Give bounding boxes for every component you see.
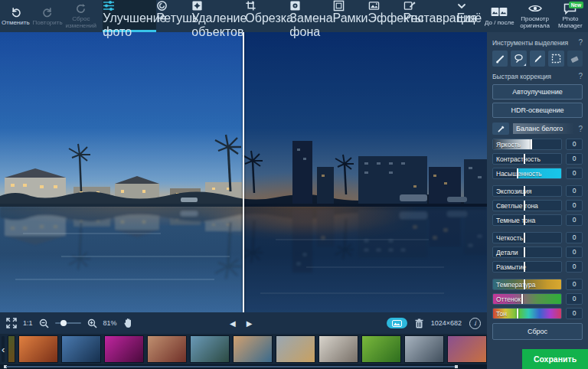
contrast-value[interactable]: 0 [566, 153, 583, 165]
slider-row: Контрастность 0 [492, 153, 583, 165]
actual-size-button[interactable]: 1:1 [23, 319, 33, 327]
canvas-before-after[interactable] [0, 32, 487, 312]
thumbnail[interactable] [447, 335, 487, 363]
photo-manager-button[interactable]: New Photo Manager [553, 0, 588, 32]
tab-effects[interactable]: Эффекты [368, 0, 403, 32]
thumbnail[interactable] [318, 335, 358, 363]
saturation-value[interactable]: 0 [566, 168, 583, 179]
frames-icon [333, 0, 368, 11]
help-icon[interactable]: ? [578, 125, 583, 133]
zoom-slider-knob[interactable] [60, 320, 67, 326]
auto-enhance-button[interactable]: Автоулучшение [492, 84, 583, 100]
strip-scroll-left-icon[interactable]: ‹ [2, 336, 5, 362]
zoom-in-icon[interactable] [87, 318, 97, 328]
thumbnail[interactable] [276, 335, 315, 363]
thumbnail[interactable] [147, 335, 187, 363]
reset-changes-button[interactable]: Сброс изменений [64, 0, 98, 32]
tab-object-removal[interactable]: Удаление объектов [191, 0, 245, 32]
white-balance-title: Баланс белого [513, 123, 574, 134]
crop-icon [245, 0, 289, 11]
tint-value[interactable]: 0 [566, 293, 583, 305]
clarity-slider[interactable]: Четкость [492, 232, 562, 243]
eraser-tool[interactable] [567, 51, 583, 67]
brightness-slider[interactable]: Яркость [492, 139, 562, 150]
slider-row: Тон 0 [492, 308, 583, 319]
saturation-slider[interactable]: Насыщенность [492, 168, 562, 179]
zoom-percent-value: 81% [103, 319, 117, 327]
shadows-value[interactable]: 0 [566, 214, 583, 226]
tab-retouch[interactable]: Ретушь [156, 0, 191, 32]
highlights-slider[interactable]: Светлые тона [492, 200, 562, 211]
reset-button[interactable]: Сброс [492, 323, 583, 340]
lasso-tool[interactable] [511, 51, 526, 67]
temperature-value[interactable]: 0 [566, 279, 583, 290]
tab-frames[interactable]: Рамки [333, 0, 368, 32]
thumbnail[interactable] [361, 335, 401, 363]
previous-image-button[interactable]: ◀ [230, 319, 236, 328]
marquee-select-tool[interactable] [548, 51, 564, 67]
blur-slider[interactable]: Размытие [492, 261, 562, 273]
thumbnail[interactable] [404, 335, 444, 363]
thumbnail[interactable] [233, 335, 273, 363]
white-balance-picker-icon[interactable] [492, 122, 509, 135]
redo-button[interactable]: Повторить [31, 0, 64, 32]
tab-crop[interactable]: Обрезка [245, 0, 289, 32]
contrast-slider[interactable]: Контрастность [492, 153, 562, 165]
retouch-icon [156, 0, 191, 11]
undo-button[interactable]: Отменить [0, 0, 31, 32]
slider-row: Яркость 0 [492, 139, 583, 150]
selection-tools-title: Инструменты выделения [492, 39, 568, 47]
help-icon[interactable]: ? [578, 72, 583, 80]
blur-value[interactable]: 0 [566, 261, 583, 273]
slider-group-detail: Четкость 0 Детали 0 Размытие 0 [492, 232, 583, 273]
details-slider[interactable]: Детали [492, 247, 562, 258]
hand-tool-icon[interactable] [123, 318, 133, 328]
delete-photo-icon[interactable] [415, 318, 423, 328]
shadows-slider[interactable]: Темные тона [492, 214, 562, 226]
tint-slider[interactable]: Оттенок [492, 293, 562, 305]
brush-select-tool[interactable] [492, 51, 508, 67]
thumbnail[interactable] [61, 335, 101, 363]
hue-value[interactable]: 0 [566, 308, 583, 319]
zoom-out-icon[interactable] [39, 318, 49, 328]
tab-object-removal-label: Удаление объектов [191, 11, 247, 38]
marker-select-tool[interactable] [530, 51, 545, 67]
hdr-lighting-button[interactable]: HDR-освещение [492, 103, 583, 118]
gallery-toggle-button[interactable] [387, 318, 407, 328]
zoom-slider[interactable] [55, 322, 81, 324]
info-icon[interactable]: i [469, 318, 481, 329]
thumbnail-strip: ‹ › [0, 334, 487, 364]
slider-row: Температура 0 [492, 279, 583, 290]
horizontal-scrollbar[interactable] [0, 364, 487, 369]
thumbnail[interactable] [18, 335, 58, 363]
save-button[interactable]: Сохранить [522, 349, 588, 369]
next-image-button[interactable]: ▶ [247, 319, 253, 328]
tab-background-replace[interactable]: Замена фона [289, 0, 332, 32]
hue-slider[interactable]: Тон [492, 308, 562, 319]
help-icon[interactable]: ? [578, 38, 583, 47]
thumbnail[interactable] [190, 335, 230, 363]
before-after-divider[interactable] [243, 32, 244, 312]
before-after-button[interactable]: До / после [482, 0, 517, 32]
clarity-value[interactable]: 0 [566, 232, 583, 243]
exposure-value[interactable]: 0 [566, 185, 583, 197]
temperature-slider[interactable]: Температура [492, 279, 562, 290]
thumbnail[interactable] [8, 335, 15, 363]
undo-icon [10, 6, 21, 18]
highlights-value[interactable]: 0 [566, 200, 583, 211]
slider-row: Насыщенность 0 [492, 168, 583, 179]
quick-correction-title: Быстрая коррекция [492, 73, 551, 80]
brightness-value[interactable]: 0 [566, 139, 583, 150]
slider-group-color: Температура 0 Оттенок 0 Тон [492, 279, 583, 319]
exposure-slider[interactable]: Экспозиция [492, 185, 562, 197]
details-value[interactable]: 0 [566, 247, 583, 258]
redo-label: Повторить [33, 20, 63, 27]
tab-more[interactable]: Ещё [457, 0, 482, 32]
thumbnail[interactable] [104, 335, 144, 363]
chevron-down-icon [457, 0, 482, 11]
fit-to-screen-icon[interactable] [6, 318, 17, 328]
tab-enhance[interactable]: Улучшение фото [103, 0, 156, 32]
view-original-button[interactable]: Просмотр оригинала [518, 0, 553, 32]
tab-more-label: Ещё [457, 11, 482, 24]
tab-restoration[interactable]: Реставрация [403, 0, 457, 32]
